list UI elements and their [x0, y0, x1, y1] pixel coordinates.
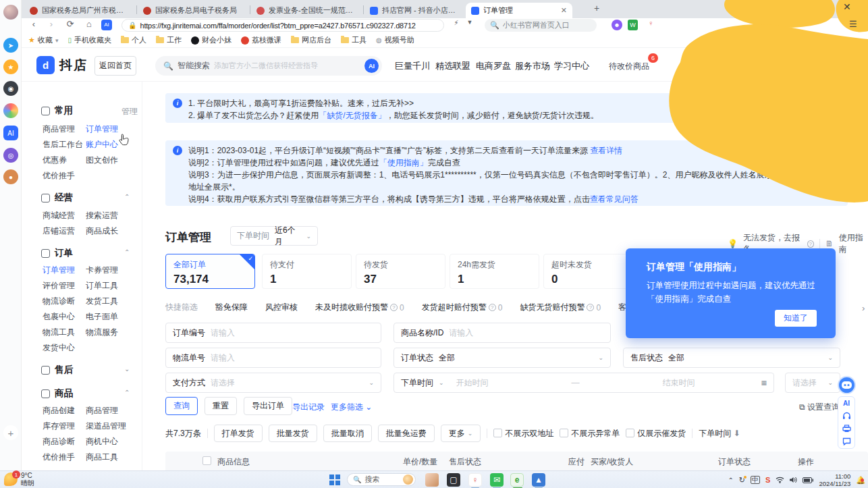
pin-app-icon[interactable]: ♀ — [468, 473, 482, 487]
ai-toolbar-icon[interactable]: AI — [101, 20, 112, 30]
ai-app-icon[interactable]: AI — [3, 126, 18, 140]
bookmark-favorites[interactable]: ★收藏▾ — [28, 35, 58, 45]
browser-tab[interactable]: 抖店官网 - 抖音小店，抖音电商 — [364, 3, 464, 18]
chevron-up-icon[interactable]: ⌃ — [124, 248, 130, 256]
filter-chip[interactable]: 缺货无货赔付预警?0 — [520, 302, 601, 313]
usage-guide-link[interactable]: 使用指南 — [839, 232, 868, 255]
ai-dock-icon[interactable]: AI — [843, 400, 850, 407]
sidebar-item[interactable]: 优价推手 — [43, 452, 75, 463]
bookmark-item[interactable]: 工具 — [341, 35, 367, 45]
start-button[interactable] — [329, 475, 340, 485]
sidebar-item[interactable]: 物流工具 — [43, 327, 75, 338]
pin-ext-icon[interactable]: ♀ — [644, 19, 657, 27]
bookmark-item[interactable]: ◍视频号助 — [376, 35, 414, 45]
date-range-picker[interactable]: 下单时间⌄ 开始时间 — 结束时间 ▦ — [394, 373, 774, 393]
sidebar-item[interactable]: 商机中心 — [86, 436, 118, 448]
aftersale-status-select[interactable]: 售后状态全部⌄ — [623, 348, 840, 368]
sidebar-item[interactable]: 评价管理 — [43, 280, 75, 292]
filter-chip[interactable]: 未及时揽收赔付预警?0 — [315, 302, 404, 313]
sort-by-time[interactable]: 下单时间 ⬇ — [699, 428, 740, 439]
filter-chip[interactable]: 豁免保障 — [215, 302, 248, 313]
sidebar-item[interactable]: 商城经营 — [43, 210, 75, 221]
orange-app-icon[interactable]: ● — [3, 169, 18, 184]
tracking-no-input[interactable]: 物流单号请输入 — [165, 348, 381, 368]
popup-confirm-button[interactable]: 知道了 — [775, 310, 817, 327]
stat-card-24h-ship[interactable]: 24h需发货 1 — [450, 254, 539, 289]
nav-xuexi[interactable]: 学习中心 — [554, 60, 589, 72]
user-avatar[interactable] — [3, 5, 18, 20]
ai-search-icon[interactable]: AI — [364, 59, 379, 73]
battery-icon[interactable] — [803, 477, 813, 483]
sidebar-item[interactable]: 图文创作 — [86, 155, 118, 166]
chevron-down-icon[interactable]: ⌄ — [124, 365, 130, 373]
stat-card-all-orders[interactable]: ✓ 全部订单 73,174 — [165, 254, 255, 289]
pay-method-select[interactable]: 支付方式请选择⌄ — [165, 373, 381, 393]
sidebar-item[interactable]: 发货中心 — [43, 342, 75, 354]
sidebar-item[interactable]: 搜索运营 — [86, 210, 118, 221]
taskbar-search[interactable]: 🔍 搜索 — [347, 473, 416, 486]
browser-search-box[interactable]: 🔍 小红书官网首页入口 — [485, 19, 597, 32]
photos-app-icon[interactable]: ▲ — [532, 473, 545, 487]
bulk-ship-button[interactable]: 批量发货 — [269, 425, 317, 442]
sync-icon[interactable]: ↻ — [739, 476, 745, 485]
browser-menu-icon[interactable]: ☰ — [849, 19, 857, 29]
weather-widget[interactable]: 1 9°C晴朗 — [4, 472, 34, 487]
doc-ext-icon[interactable]: W — [628, 20, 638, 30]
nav-jingxuan[interactable]: 精选联盟 — [435, 60, 470, 72]
tab-close-icon[interactable]: ✕ — [561, 6, 567, 15]
bookmark-item[interactable]: 工作 — [156, 35, 182, 45]
browser-tab[interactable]: 国家税务总局广州市税务局 — [24, 3, 135, 18]
taskbar-clock[interactable]: 11:002024/11/23 — [819, 472, 850, 487]
section-aftersale[interactable]: 售后 — [41, 364, 73, 376]
tray-expand-icon[interactable]: ⌃ — [728, 477, 733, 484]
chat-icon[interactable] — [842, 437, 851, 445]
chevron-up-icon[interactable]: ⌃ — [124, 389, 130, 396]
section-orders[interactable]: 订单 — [41, 247, 73, 259]
cards-next-arrow[interactable]: › — [862, 303, 865, 313]
section-common[interactable]: 常用 — [41, 105, 73, 117]
colorful-app-icon[interactable] — [3, 103, 18, 118]
back-icon[interactable]: ‹ — [27, 19, 40, 29]
browser-tab[interactable]: 国家税务总局电子税务局 — [138, 3, 248, 18]
sidebar-item[interactable]: 卡券管理 — [86, 265, 118, 276]
query-button[interactable]: 查询 — [165, 397, 198, 415]
sidebar-item[interactable]: 商品管理 — [86, 405, 118, 416]
stat-card-pending-pay[interactable]: 待支付 1 — [262, 254, 352, 289]
forward-icon[interactable]: › — [45, 19, 58, 29]
sidebar-item[interactable]: 物流诊断 — [43, 296, 75, 307]
sidebar-item-order-management[interactable]: 订单管理 — [43, 265, 75, 276]
promo-line1[interactable]: 1. 平台限时大礼，最高可享1折运费险补贴。速来，过后无补>> — [188, 98, 414, 109]
order-no-input[interactable]: 订单编号请输入 — [165, 323, 381, 343]
sidebar-item[interactable]: 库存管理 — [43, 421, 75, 432]
print-ship-button[interactable]: 打单发货 — [214, 425, 263, 442]
sidebar-item[interactable]: 订单管理 — [86, 124, 118, 135]
sogou-icon[interactable]: S — [765, 476, 770, 484]
nav-fuwu[interactable]: 服务市场 — [515, 60, 550, 72]
notification-bell-icon[interactable]: 🔔 — [856, 476, 865, 485]
bookmark-item[interactable]: 财会小妹 — [191, 35, 232, 45]
home-icon[interactable]: ⌂ — [82, 19, 96, 29]
purple-app-icon[interactable]: ◎ — [3, 148, 18, 163]
sidebar-item[interactable]: 发货工具 — [86, 296, 118, 307]
faq-link[interactable]: 查看常见问答 — [590, 194, 639, 204]
sidebar-item[interactable]: 账户中心 — [86, 139, 118, 151]
back-home-button[interactable]: 返回首页 — [94, 56, 136, 76]
more-button[interactable]: 更多⌄ — [441, 425, 481, 442]
sidebar-item[interactable]: 渠道品管理 — [86, 421, 126, 432]
sidebar-item[interactable]: 店铺运营 — [43, 225, 75, 237]
sidebar-item[interactable]: 订单工具 — [86, 280, 118, 292]
manage-link[interactable]: 管理 — [121, 106, 138, 117]
nav-luopan[interactable]: 电商罗盘 — [476, 60, 511, 72]
section-operate[interactable]: 经营 — [41, 192, 73, 204]
product-name-input[interactable]: 商品名称/ID请输入 — [394, 323, 611, 343]
star-icon[interactable]: ★ — [3, 59, 18, 74]
add-icon[interactable]: + — [3, 425, 18, 440]
export-log-link[interactable]: 导出记录 — [292, 402, 325, 413]
extra-select[interactable]: 请选择⌄ — [785, 373, 840, 393]
new-tab-button[interactable]: + — [594, 3, 599, 13]
sidebar-item[interactable]: 优惠券 — [43, 155, 67, 166]
browser-tab[interactable]: 发票业务-全国统一规范电子税务 — [251, 3, 362, 18]
robot-assistant-icon[interactable] — [838, 376, 856, 394]
bookmark-item[interactable]: 个人 — [121, 35, 146, 45]
nav-qianchuan[interactable]: 巨量千川 — [395, 60, 430, 72]
